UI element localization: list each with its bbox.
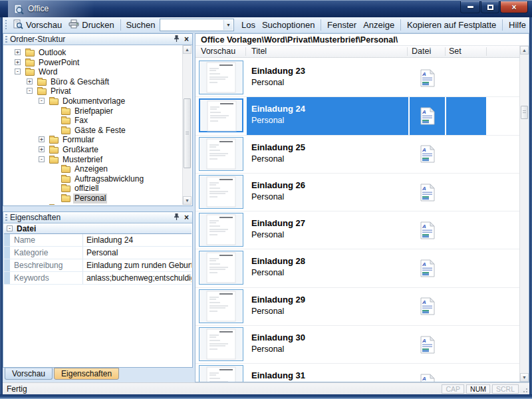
preview-button[interactable]: Vorschau [10, 19, 65, 32]
tree-item-powerpoint[interactable]: +PowerPoint [4, 58, 182, 68]
tree-item-label[interactable]: PowerPoint [37, 58, 80, 68]
copy-to-disk-button[interactable]: Kopieren auf Festplatte [404, 19, 499, 31]
scroll-down-arrow[interactable]: ▼ [520, 373, 529, 382]
template-title-cell[interactable]: Einladung 24Personal [247, 97, 408, 134]
column-separator[interactable] [407, 47, 408, 56]
word-document-icon[interactable]: A [408, 59, 446, 96]
template-thumbnail[interactable] [199, 98, 243, 132]
collapse-icon[interactable]: - [15, 68, 21, 74]
tree-item-label[interactable]: Visitenkarte [61, 203, 105, 205]
template-thumbnail[interactable] [199, 289, 243, 323]
expand-icon[interactable]: + [15, 59, 21, 65]
tree-item-musterbrief[interactable]: -Musterbrief [4, 155, 182, 165]
tree-item-formular[interactable]: +Formular [4, 135, 182, 145]
tree-item-label[interactable]: Gäste & Feste [73, 126, 127, 136]
pin-icon[interactable] [174, 35, 180, 45]
expand-icon[interactable]: + [27, 78, 33, 84]
column-separator[interactable] [245, 47, 246, 56]
expand-icon[interactable]: + [15, 49, 21, 55]
property-row-name[interactable]: NameEinladung 24 [4, 234, 192, 247]
resize-grip[interactable] [522, 387, 528, 393]
property-value[interactable]: Personal [83, 247, 192, 259]
tree-item-label[interactable]: Outlook [37, 48, 67, 58]
close-icon[interactable]: × [184, 214, 189, 221]
tree-item-label[interactable]: Privat [49, 86, 72, 96]
property-value[interactable]: anlass;buchenweg;entschuldigen;feier;f [83, 272, 192, 284]
tree-item-label[interactable]: Musterbrief [61, 155, 104, 165]
tree-item-label[interactable]: Briefpapier [73, 106, 114, 116]
template-title-cell[interactable]: Einladung 27Personal [247, 211, 408, 249]
template-row-einladung-24[interactable]: Einladung 24Personal A [196, 97, 519, 135]
tree-item-anzeigen[interactable]: Anzeigen [4, 164, 182, 174]
tree-scrollbar[interactable]: ▲ ▼ [182, 45, 192, 205]
scrollbar-thumb[interactable] [184, 98, 191, 168]
template-title-cell[interactable]: Einladung 30Personal [247, 326, 408, 363]
tree-item-label[interactable]: Auftragsabwicklung [73, 174, 145, 184]
property-row-keywords[interactable]: Keywordsanlass;buchenweg;entschuldigen;f… [4, 272, 192, 285]
tree-item-auftragsabwicklung[interactable]: Auftragsabwicklung [4, 174, 182, 184]
maximize-button[interactable] [481, 1, 499, 13]
tree-item-label[interactable]: Grußkarte [61, 145, 100, 155]
tree-item-label[interactable]: Formular [61, 135, 96, 145]
template-row-einladung-25[interactable]: Einladung 25Personal A [196, 136, 519, 174]
template-title-cell[interactable]: Einladung 23Personal [247, 59, 408, 96]
tree-item-visitenkarte[interactable]: +Visitenkarte [4, 203, 182, 205]
template-thumbnail[interactable] [199, 175, 243, 209]
template-row-einladung-31[interactable]: Einladung 31Personal A [196, 364, 519, 382]
template-thumbnail[interactable] [199, 327, 243, 361]
search-combobox[interactable]: ▼ [160, 19, 234, 31]
tree-item-label[interactable]: Word [37, 67, 59, 77]
tree-item-label[interactable]: Büro & Geschäft [49, 77, 110, 87]
column-separator[interactable] [486, 47, 487, 56]
template-row-einladung-26[interactable]: Einladung 26Personal A [196, 174, 519, 211]
expand-icon[interactable]: + [39, 205, 45, 205]
tree-item-fax[interactable]: Fax [4, 116, 182, 126]
template-row-einladung-28[interactable]: Einladung 28Personal A [196, 249, 519, 287]
template-thumbnail[interactable] [199, 251, 243, 285]
collapse-icon[interactable]: - [27, 88, 33, 94]
tree-item-dokumentvorlage[interactable]: -Dokumentvorlage [4, 96, 182, 106]
property-row-beschreibung[interactable]: BeschreibungEinladung zum runden Geburts… [4, 259, 192, 272]
tree-item-grußkarte[interactable]: +Grußkarte [4, 145, 182, 155]
tree-item-büro-geschäft[interactable]: +Büro & Geschäft [4, 77, 182, 87]
column-header-titel[interactable]: Titel [251, 47, 267, 56]
folder-panel-header[interactable]: Ordner-Struktur × [3, 34, 192, 45]
template-thumbnail[interactable] [199, 137, 243, 171]
tab-eigenschaften[interactable]: Eigenschaften [54, 368, 119, 380]
scroll-down-arrow[interactable]: ▼ [183, 196, 192, 205]
search-options-button[interactable]: Suchoptionen [259, 19, 319, 31]
tree-item-outlook[interactable]: +Outlook [4, 48, 182, 58]
template-thumbnail[interactable] [199, 365, 243, 382]
tree-item-label[interactable]: Anzeigen [73, 164, 109, 174]
collapse-icon[interactable]: - [39, 156, 45, 162]
panel-grip[interactable] [5, 214, 7, 221]
word-document-icon[interactable]: A [408, 364, 446, 382]
template-title-cell[interactable]: Einladung 28Personal [247, 249, 408, 287]
window-menu-button[interactable]: Fenster [324, 19, 360, 31]
template-title-cell[interactable]: Einladung 26Personal [247, 174, 408, 211]
word-document-icon[interactable]: A [408, 249, 446, 287]
chevron-down-icon[interactable]: ▼ [223, 20, 233, 30]
tab-vorschau[interactable]: Vorschau [5, 368, 53, 380]
word-document-icon[interactable]: A [408, 136, 446, 173]
expand-icon[interactable]: + [39, 136, 45, 142]
property-value[interactable]: Einladung zum runden Geburtstag (Run [83, 259, 192, 271]
template-row-einladung-29[interactable]: Einladung 29Personal A [196, 288, 519, 326]
list-scrollbar[interactable]: ▲ ▼ [519, 46, 529, 382]
template-row-einladung-27[interactable]: Einladung 27Personal A [196, 211, 519, 249]
go-button[interactable]: Los [238, 19, 259, 31]
close-icon[interactable]: × [184, 36, 189, 43]
scrollbar-thumb[interactable] [521, 106, 528, 119]
expand-icon[interactable]: + [39, 146, 45, 152]
toolbar-grip[interactable] [5, 20, 7, 30]
scroll-up-arrow[interactable]: ▲ [520, 46, 529, 55]
search-input[interactable] [160, 19, 223, 31]
template-row-einladung-30[interactable]: Einladung 30Personal A [196, 326, 519, 364]
tree-item-privat[interactable]: -Privat [4, 86, 182, 96]
word-document-icon[interactable]: A [408, 174, 446, 211]
word-document-icon[interactable]: A [408, 288, 446, 325]
column-header-set[interactable]: Set [449, 47, 462, 56]
titlebar[interactable]: Office × [0, 0, 532, 17]
word-document-icon[interactable]: A [408, 97, 446, 134]
panel-grip[interactable] [5, 36, 7, 43]
